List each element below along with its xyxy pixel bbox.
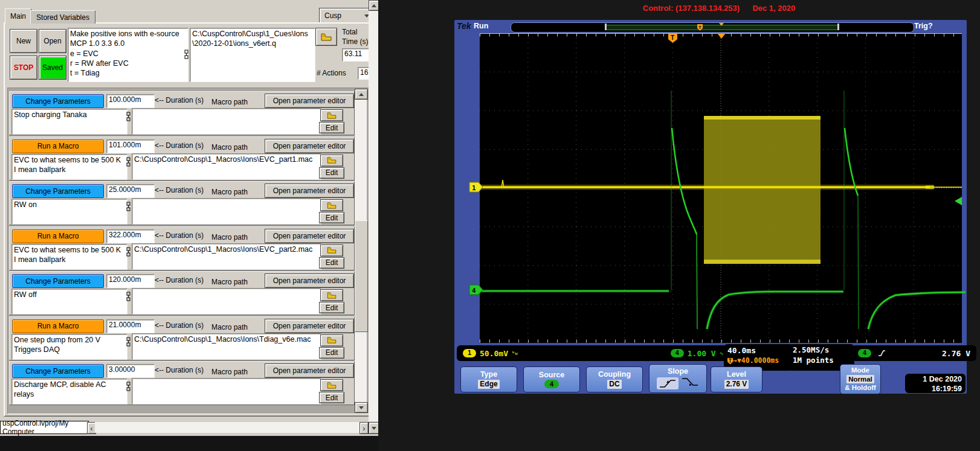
duration-field[interactable]: 3.00000 (106, 364, 155, 378)
open-parameter-editor-button[interactable]: Open parameter editor (265, 363, 354, 378)
action-description-box[interactable]: One step dump from 20 V Triggers DAQ (11, 334, 127, 360)
action-type-button[interactable]: Run a Macro (12, 319, 104, 333)
scope-time: 16:19:59 (909, 385, 962, 394)
edit-button[interactable]: Edit (319, 212, 344, 223)
tab-stored-variables-label: Stored Variables (36, 13, 89, 22)
trigger-type-button[interactable]: Type Edge (460, 366, 517, 392)
duration-label: <-- Duration (s) (155, 321, 204, 330)
cue-description-box[interactable]: Make positive ions with e-source MCP 1.0… (68, 28, 189, 82)
scroll-down-icon[interactable] (355, 402, 368, 413)
macro-path-box[interactable]: C:\CuspControl\Cusp\1_Macros\Ions\EVC_pa… (132, 153, 321, 180)
action-type-button[interactable]: Change Parameters (12, 184, 104, 198)
trigger-coupling-button[interactable]: Coupling DC (586, 366, 643, 392)
tab-main[interactable]: Main (5, 8, 31, 24)
scope-date: 1 Dec 2020 (909, 375, 962, 385)
browse-macro-button[interactable] (320, 109, 343, 121)
open-button[interactable]: Open (39, 29, 66, 53)
total-time-label: TotalTime (s) (342, 28, 369, 46)
edit-button[interactable]: Edit (319, 347, 344, 359)
control-ip: Control: (137.138.134.253) (643, 4, 740, 13)
action-description-box[interactable]: EVC to what seems to be 500 K I mean bal… (11, 244, 127, 270)
edit-button[interactable]: Edit (319, 257, 344, 269)
edit-button[interactable]: Edit (319, 167, 344, 179)
macro-path-box[interactable] (132, 198, 321, 225)
tek-logo: Tek (457, 21, 471, 31)
saved-button[interactable]: Saved (39, 56, 66, 80)
path-terminal-icon (126, 337, 131, 348)
macro-path-box[interactable] (132, 378, 321, 405)
macro-path-label: Macro path (211, 98, 248, 106)
panel-hscrollbar[interactable] (95, 422, 359, 433)
new-button[interactable]: New (10, 29, 37, 53)
macro-path-label: Macro path (211, 143, 248, 152)
duration-field[interactable]: 100.000m (106, 94, 155, 108)
datetime-readout: 1 Dec 2020 16:19:59 (905, 374, 965, 393)
preset-dropdown[interactable]: Cusp (319, 8, 375, 24)
stop-button[interactable]: STOP (10, 56, 37, 80)
trigger-level-button[interactable]: Level 2.76 V (711, 366, 762, 392)
action-description-box[interactable]: EVC to what seems to be 500 K I mean bal… (11, 154, 127, 180)
open-parameter-editor-button[interactable]: Open parameter editor (265, 139, 354, 153)
control-date: Dec 1, 2020 (752, 4, 795, 13)
actions-count-label: # Actions (317, 69, 346, 77)
trigger-mode-button[interactable]: Mode Normal & Holdoff (840, 364, 881, 394)
duration-field[interactable]: 322.000m (106, 229, 155, 243)
browse-macro-button[interactable] (320, 199, 343, 211)
menu-title: Mode (851, 366, 869, 374)
macro-path-box[interactable] (132, 108, 321, 135)
duration-field[interactable]: 120.000m (106, 274, 155, 288)
browse-macro-button[interactable] (320, 289, 343, 301)
menu-value-2: & Holdoff (845, 383, 876, 392)
action-type-button[interactable]: Change Parameters (12, 364, 104, 378)
action-list: Change Parameters 100.000m <-- Duration … (7, 88, 370, 414)
open-parameter-editor-button[interactable]: Open parameter editor (265, 94, 354, 108)
action-type-button[interactable]: Run a Macro (12, 139, 104, 153)
browse-macro-button[interactable] (320, 334, 343, 347)
macro-path-label: Macro path (211, 188, 248, 196)
action-description-box[interactable]: RW on (11, 199, 127, 225)
duration-field[interactable]: 21.0000m (106, 319, 155, 333)
browse-cue-button[interactable] (315, 28, 337, 46)
open-parameter-editor-button[interactable]: Open parameter editor (265, 319, 354, 333)
scrollbar-thumb[interactable] (355, 220, 368, 332)
tab-stored-variables[interactable]: Stored Variables (30, 10, 95, 24)
open-parameter-editor-button[interactable]: Open parameter editor (265, 229, 354, 243)
path-terminal-icon (126, 292, 131, 303)
duration-field[interactable]: 101.000m (106, 139, 155, 153)
macro-path-box[interactable] (132, 288, 321, 315)
scroll-right-icon[interactable]: › (359, 422, 369, 434)
browse-macro-button[interactable] (320, 379, 343, 391)
open-parameter-editor-button[interactable]: Open parameter editor (265, 184, 354, 198)
macro-path-box[interactable]: C:\CuspControl\Cusp\1_Macros\Ions\Tdiag_… (132, 333, 321, 360)
trigger-slope-button[interactable]: Slope (649, 364, 707, 393)
action-description-box[interactable]: Discharge MCP, disable AC relays (11, 379, 127, 405)
open-parameter-editor-button[interactable]: Open parameter editor (265, 273, 354, 288)
path-terminal-icon (184, 50, 189, 61)
action-type-button[interactable]: Run a Macro (12, 229, 104, 243)
trigger-source-button[interactable]: Source 4 (523, 366, 580, 392)
action-row: Change Parameters 120.000m <-- Duration … (9, 271, 355, 315)
edit-button[interactable]: Edit (319, 122, 344, 133)
action-description-box[interactable]: Stop charging Tanaka (11, 109, 127, 135)
channel-readout-bar: 1 50.0mV ᴮᴡ 4 1.00 V ∿ᴮᴡ (457, 345, 736, 361)
action-type-button[interactable]: Change Parameters (12, 274, 104, 288)
browse-macro-button[interactable] (320, 155, 343, 167)
cue-path-box[interactable]: C:\CuspControl\Cusp\1_Cues\Ions\2020-12-… (190, 28, 315, 82)
action-type-button[interactable]: Change Parameters (12, 94, 104, 108)
duration-field[interactable]: 25.0000m (106, 184, 155, 198)
action-list-scrollbar[interactable] (355, 89, 367, 412)
scroll-up-icon[interactable] (355, 89, 368, 100)
macro-path-box[interactable]: C:\CuspControl\Cusp\1_Macros\Ions\EVC_pa… (132, 243, 321, 270)
folder-icon (327, 382, 337, 389)
record-bracket-left (605, 24, 607, 30)
edit-button[interactable]: Edit (319, 302, 344, 313)
menu-value: DC (607, 380, 621, 389)
panel-vscrollbar[interactable] (369, 0, 378, 421)
preset-dropdown-value: Cusp (324, 11, 341, 20)
remote-control-header: Control: (137.138.134.253) Dec 1, 2020 (580, 4, 858, 13)
svg-text:1: 1 (472, 184, 476, 192)
action-description-box[interactable]: RW off (11, 289, 127, 315)
browse-macro-button[interactable] (320, 245, 343, 257)
trigger-level-value: 2.76 V (892, 349, 970, 358)
edit-button[interactable]: Edit (319, 392, 344, 403)
